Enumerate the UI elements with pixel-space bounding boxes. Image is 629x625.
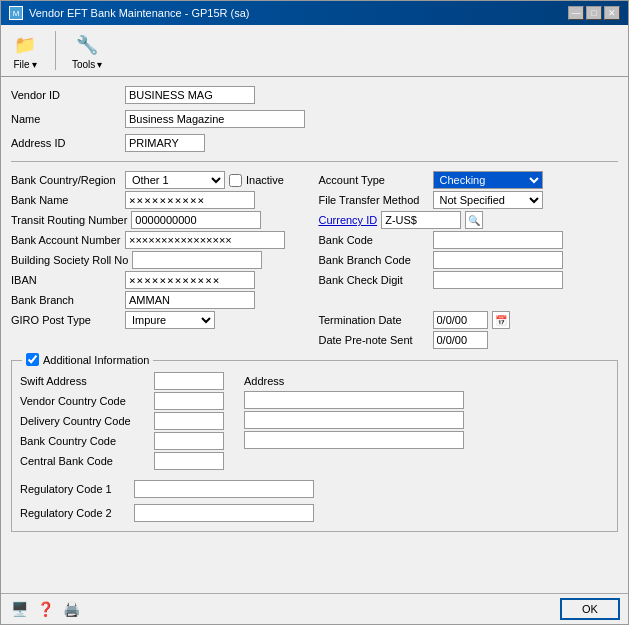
address-id-input[interactable] — [125, 134, 205, 152]
window-title: Vendor EFT Bank Maintenance - GP15R (sa) — [29, 7, 250, 19]
bank-name-input[interactable] — [125, 191, 255, 209]
account-number-input[interactable] — [125, 231, 285, 249]
address-label: Address — [244, 375, 284, 387]
inactive-checkbox[interactable] — [229, 174, 242, 187]
termination-row: Termination Date 📅 — [319, 310, 619, 330]
iban-row: IBAN — [11, 270, 311, 290]
close-button[interactable]: ✕ — [604, 6, 620, 20]
toolbar-divider — [55, 31, 56, 70]
delivery-country-row: Delivery Country Code — [20, 411, 224, 431]
name-input[interactable] — [125, 110, 305, 128]
additional-info-checkbox-label: Additional Information — [26, 353, 149, 366]
building-label: Building Society Roll No — [11, 254, 128, 266]
reg-code1-label: Regulatory Code 1 — [20, 483, 130, 495]
info-icon-button[interactable]: ❓ — [35, 599, 55, 619]
main-window: M Vendor EFT Bank Maintenance - GP15R (s… — [0, 0, 629, 625]
tools-toolbar-item[interactable]: 🔧 Tools ▾ — [68, 29, 106, 72]
transit-input[interactable] — [131, 211, 261, 229]
main-two-column: Bank Country/Region Other 1 Other Inacti… — [11, 170, 618, 350]
account-number-label: Bank Account Number — [11, 234, 121, 246]
right-column: Account Type Checking Savings File Trans… — [319, 170, 619, 350]
bank-name-label: Bank Name — [11, 194, 121, 206]
bottom-left-icons: 🖥️ ❓ 🖨️ — [9, 599, 81, 619]
name-row: Name — [11, 109, 618, 129]
address-line3-input[interactable] — [244, 431, 464, 449]
bottom-bar: 🖥️ ❓ 🖨️ OK — [1, 593, 628, 624]
file-label: File ▾ — [13, 59, 36, 70]
minimize-button[interactable]: — — [568, 6, 584, 20]
vendor-id-row: Vendor ID — [11, 85, 618, 105]
bank-code-input[interactable] — [433, 231, 563, 249]
currency-id-row: Currency ID 🔍 — [319, 210, 619, 230]
currency-search-button[interactable]: 🔍 — [465, 211, 483, 229]
bank-branch-code-input[interactable] — [433, 251, 563, 269]
giro-select[interactable]: Impure Pure — [125, 311, 215, 329]
bank-country-code-label: Bank Country Code — [20, 435, 150, 447]
file-transfer-select[interactable]: Not Specified Other — [433, 191, 543, 209]
print-icon-button[interactable]: 🖨️ — [61, 599, 81, 619]
termination-input[interactable] — [433, 311, 488, 329]
address-inputs — [244, 391, 464, 449]
additional-info-content: Swift Address Vendor Country Code Delive… — [20, 371, 609, 471]
swift-label: Swift Address — [20, 375, 150, 387]
bank-country-code-row: Bank Country Code — [20, 431, 224, 451]
file-transfer-row: File Transfer Method Not Specified Other — [319, 190, 619, 210]
delivery-country-input[interactable] — [154, 412, 224, 430]
giro-label: GIRO Post Type — [11, 314, 121, 326]
bank-code-label: Bank Code — [319, 234, 429, 246]
iban-input[interactable] — [125, 271, 255, 289]
bank-country-code-input[interactable] — [154, 432, 224, 450]
currency-id-link[interactable]: Currency ID — [319, 214, 378, 226]
prenote-input[interactable] — [433, 331, 488, 349]
additional-info-checkbox[interactable] — [26, 353, 39, 366]
section-divider-1 — [11, 161, 618, 162]
vendor-country-input[interactable] — [154, 392, 224, 410]
file-toolbar-item[interactable]: 📁 File ▾ — [7, 29, 43, 72]
swift-input[interactable] — [154, 372, 224, 390]
bank-branch-row: Bank Branch — [11, 290, 311, 310]
account-number-row: Bank Account Number — [11, 230, 311, 250]
termination-label: Termination Date — [319, 314, 429, 326]
bank-check-row: Bank Check Digit — [319, 270, 619, 290]
tools-label: Tools ▾ — [72, 59, 102, 70]
additional-info-right: Address — [244, 371, 464, 471]
vendor-id-input[interactable] — [125, 86, 255, 104]
central-bank-input[interactable] — [154, 452, 224, 470]
content-area: Vendor ID Name Address ID Bank Country/R… — [1, 77, 628, 593]
bank-check-input[interactable] — [433, 271, 563, 289]
prenote-label: Date Pre-note Sent — [319, 334, 429, 346]
bank-name-row: Bank Name — [11, 190, 311, 210]
delivery-country-label: Delivery Country Code — [20, 415, 150, 427]
address-id-label: Address ID — [11, 137, 121, 149]
account-type-select[interactable]: Checking Savings — [433, 171, 543, 189]
bank-country-group: Other 1 Other Inactive — [125, 171, 284, 189]
reg-code1-row: Regulatory Code 1 — [20, 479, 609, 499]
vendor-country-row: Vendor Country Code — [20, 391, 224, 411]
reg-code2-row: Regulatory Code 2 — [20, 503, 609, 523]
title-bar: M Vendor EFT Bank Maintenance - GP15R (s… — [1, 1, 628, 25]
central-bank-label: Central Bank Code — [20, 455, 150, 467]
reg-code2-input[interactable] — [134, 504, 314, 522]
bank-branch-code-label: Bank Branch Code — [319, 254, 429, 266]
reg-code2-label: Regulatory Code 2 — [20, 507, 130, 519]
help-icon-button[interactable]: 🖥️ — [9, 599, 29, 619]
spacer — [319, 290, 619, 310]
regulatory-section: Regulatory Code 1 Regulatory Code 2 — [20, 479, 609, 523]
address-line2-input[interactable] — [244, 411, 464, 429]
central-bank-row: Central Bank Code — [20, 451, 224, 471]
ok-button[interactable]: OK — [560, 598, 620, 620]
name-label: Name — [11, 113, 121, 125]
additional-info-group: Additional Information Swift Address Ven… — [11, 360, 618, 532]
toolbar: 📁 File ▾ 🔧 Tools ▾ — [1, 25, 628, 77]
reg-code1-input[interactable] — [134, 480, 314, 498]
bank-country-select[interactable]: Other 1 Other — [125, 171, 225, 189]
additional-info-left: Swift Address Vendor Country Code Delive… — [20, 371, 224, 471]
building-input[interactable] — [132, 251, 262, 269]
termination-calendar-button[interactable]: 📅 — [492, 311, 510, 329]
currency-id-input[interactable] — [381, 211, 461, 229]
transit-row: Transit Routing Number — [11, 210, 311, 230]
bank-branch-input[interactable] — [125, 291, 255, 309]
maximize-button[interactable]: □ — [586, 6, 602, 20]
address-line1-input[interactable] — [244, 391, 464, 409]
giro-row: GIRO Post Type Impure Pure — [11, 310, 311, 330]
